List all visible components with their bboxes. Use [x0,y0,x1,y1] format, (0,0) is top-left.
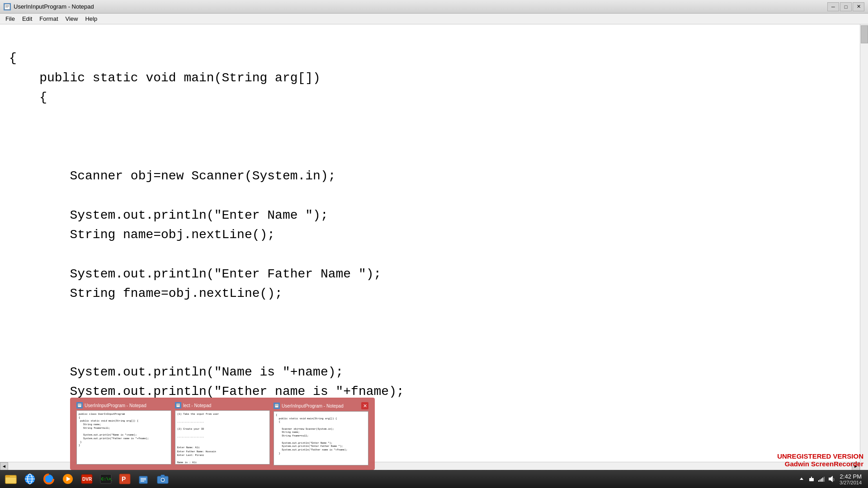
taskbar-dvd-icon[interactable]: DVR [78,471,96,487]
preview-item-1: UserInInputProgram - Notepad public clas… [76,402,171,465]
clock-time: 2:42 PM [840,473,862,480]
titlebar-left: UserInInputProgram - Notepad [4,3,94,10]
svg-rect-41 [818,480,819,482]
minimize-button[interactable]: ─ [827,2,839,11]
svg-marker-38 [800,478,803,480]
svg-rect-42 [820,479,821,482]
taskbar-explorer-icon[interactable] [2,471,20,487]
tray-arrow-icon[interactable] [798,475,805,483]
scroll-left-button[interactable]: ◀ [0,462,8,470]
svg-rect-37 [161,475,165,477]
svg-text:): ) [833,477,835,481]
svg-rect-32 [141,479,146,480]
taskbar-preview-popup: UserInInputProgram - Notepad public clas… [70,398,375,470]
taskbar-media-icon[interactable] [59,471,77,487]
preview-title-3: UserInInputProgram - Notepad [282,404,344,408]
preview-notepad-icon-1 [76,402,83,408]
svg-rect-45 [824,477,825,482]
svg-rect-0 [5,4,10,9]
menu-format[interactable]: Format [36,14,61,23]
system-tray: ) 2:42 PM 3/27/2014 [798,473,866,485]
signal-icon[interactable] [818,475,825,483]
svg-rect-43 [821,479,822,482]
preview-item-3: UserInInputProgram - Notepad ✕ { public … [274,402,368,465]
svg-marker-46 [829,476,833,482]
preview-close-button-3[interactable]: ✕ [361,402,368,409]
taskbar-ie-icon[interactable] [21,471,39,487]
svg-rect-15 [5,475,10,477]
taskbar: DVR C:\>_ P [0,470,868,488]
menubar: File Edit Format View Help [0,14,868,24]
clock-date: 3/27/2014 [840,480,862,485]
taskbar-cmd-icon[interactable]: C:\>_ [97,471,115,487]
titlebar-controls: ─ □ ✕ [827,2,864,11]
titlebar: UserInInputProgram - Notepad ─ □ ✕ [0,0,868,14]
unregistered-line2: Gadwin ScreenRecorder [777,460,863,468]
preview-thumb-1[interactable]: public class UserInInputProgram { public… [76,410,171,465]
volume-icon[interactable]: ) [828,475,837,483]
taskbar-firefox-icon[interactable] [40,471,58,487]
preview-notepad-icon-3 [274,403,280,409]
code-content: { public static void main(String arg[]) … [9,29,851,421]
maximize-button[interactable]: □ [840,2,852,11]
vertical-scrollbar[interactable] [860,24,868,470]
preview-thumb-2[interactable]: (1) Take the input from user ...........… [175,410,270,465]
notepad-icon [4,3,11,10]
svg-rect-44 [822,478,823,482]
menu-view[interactable]: View [62,14,82,23]
taskbar-files-icon[interactable] [135,471,153,487]
menu-file[interactable]: File [2,14,19,23]
scrollbar-thumb[interactable] [861,25,868,43]
preview-thumb-3[interactable]: { public static void main(String arg[]) … [274,411,368,465]
svg-point-36 [161,479,164,481]
svg-rect-39 [809,478,814,481]
svg-rect-14 [5,477,16,483]
menu-help[interactable]: Help [81,14,101,23]
window-title: UserInInputProgram - Notepad [14,3,94,10]
preview-title-1: UserInInputProgram - Notepad [85,403,146,408]
unregistered-line1: UNREGISTERED VERSION [777,452,863,460]
taskbar-camera-icon[interactable] [154,471,172,487]
taskbar-powerpoint-icon[interactable]: P [116,471,134,487]
svg-text:C:\>_: C:\>_ [101,477,112,482]
preview-header-2: lect - Notepad [175,402,270,408]
system-clock[interactable]: 2:42 PM 3/27/2014 [840,473,862,485]
svg-rect-33 [141,481,144,482]
svg-text:DVR: DVR [82,477,92,482]
close-button[interactable]: ✕ [853,2,864,11]
svg-text:P: P [122,475,126,483]
preview-header-1: UserInInputProgram - Notepad [76,402,171,408]
svg-rect-31 [141,478,146,479]
menu-edit[interactable]: Edit [19,14,36,23]
preview-title-2: lect - Notepad [183,403,211,408]
unregistered-watermark: UNREGISTERED VERSION Gadwin ScreenRecord… [777,452,863,468]
preview-notepad-icon-2 [175,402,181,408]
preview-header-3: UserInInputProgram - Notepad ✕ [274,402,368,409]
network-icon[interactable] [808,475,815,483]
preview-item-2: lect - Notepad (1) Take the input from u… [175,402,270,465]
